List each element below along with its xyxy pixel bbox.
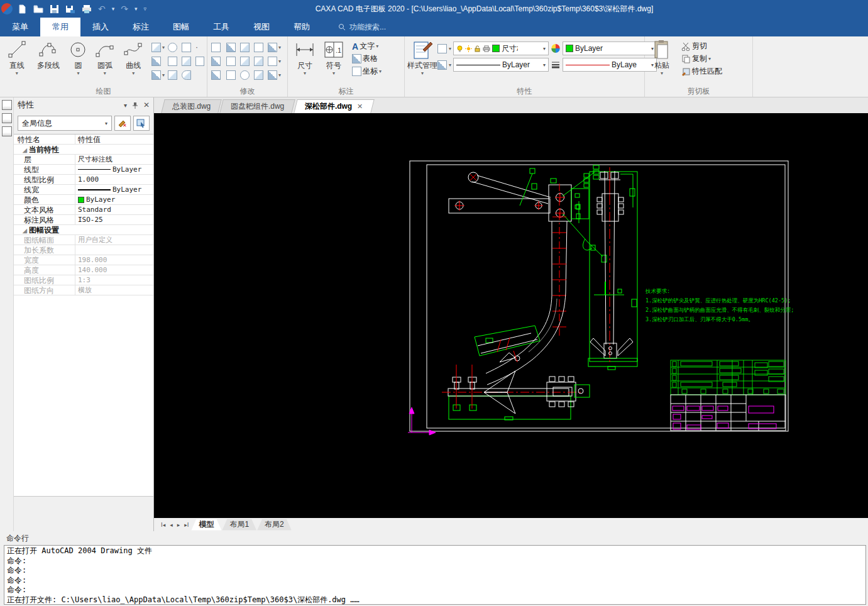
property-row[interactable]: 颜色ByLayer bbox=[14, 195, 153, 205]
function-search[interactable]: 功能搜索... bbox=[338, 18, 386, 36]
close-tab-icon[interactable]: ✕ bbox=[357, 102, 363, 111]
command-input[interactable]: 正在打开 AutoCAD 2004 Drawing 文件 命令: 命令: 命令:… bbox=[4, 545, 866, 605]
parallel-line-icon[interactable] bbox=[151, 57, 161, 66]
customize-qat-icon[interactable]: ▿ bbox=[144, 6, 147, 12]
next-tab-icon[interactable]: ▸ bbox=[175, 522, 182, 528]
cut-button[interactable]: 剪切 bbox=[681, 41, 722, 52]
sample-curve-icon[interactable] bbox=[182, 43, 191, 52]
panel-close-icon[interactable]: ✕ bbox=[143, 101, 150, 109]
property-group[interactable]: ◢图幅设置 bbox=[14, 225, 153, 235]
arc-tool-button[interactable]: 圆弧▾ bbox=[91, 38, 119, 75]
coordinate-button[interactable]: 坐标▾ bbox=[352, 66, 382, 77]
overlay-icon[interactable] bbox=[254, 57, 263, 66]
menu-tab-view[interactable]: 视图 bbox=[241, 18, 282, 36]
color-combobox[interactable]: ByLayer ▾ bbox=[563, 41, 657, 55]
polyline-tool-button[interactable]: 多段线 bbox=[31, 38, 65, 75]
first-tab-icon[interactable]: Ⅰ◂ bbox=[159, 522, 167, 528]
rectangle-icon[interactable] bbox=[151, 43, 161, 52]
doc-tab[interactable]: 总装图.dwg bbox=[161, 99, 222, 113]
property-row[interactable]: 文本风格Standard bbox=[14, 205, 153, 215]
rotate-icon[interactable] bbox=[211, 57, 221, 66]
property-row: 图纸幅面用户自定义 bbox=[14, 235, 153, 245]
doc-tab-active[interactable]: 深松部件.dwg✕ bbox=[294, 99, 374, 113]
ellipse-icon[interactable] bbox=[168, 43, 177, 52]
save-icon[interactable] bbox=[50, 4, 59, 14]
clip-icon[interactable] bbox=[254, 43, 263, 52]
linetype-combobox[interactable]: ByLayer ▾ bbox=[453, 58, 549, 72]
linetype-tool-icon[interactable] bbox=[437, 60, 447, 70]
scope-combobox[interactable]: 全局信息▾ bbox=[18, 116, 112, 131]
hatch-edit-icon[interactable] bbox=[268, 70, 277, 80]
erase-icon[interactable] bbox=[268, 43, 277, 52]
layer-palette-icon[interactable] bbox=[2, 126, 12, 136]
block-icon[interactable] bbox=[254, 70, 263, 80]
gear-icon[interactable] bbox=[168, 70, 177, 80]
spline-tool-button[interactable]: 曲线▾ bbox=[119, 38, 148, 75]
panel-menu-icon[interactable]: ▾ bbox=[124, 102, 127, 109]
quick-select-button[interactable] bbox=[133, 116, 150, 131]
symbol-button[interactable]: .1 符号▾ bbox=[319, 38, 348, 75]
drawing-canvas[interactable]: 技术要求: 1.深松铲的铲尖及铲翼、应进行热处理、硬度为HRC(42-5); 2… bbox=[154, 113, 868, 518]
last-tab-icon[interactable]: ▸Ⅰ bbox=[182, 522, 190, 528]
redo-dropdown-icon[interactable]: ▾ bbox=[135, 6, 138, 12]
new-file-icon[interactable] bbox=[18, 4, 27, 14]
scale-icon[interactable] bbox=[268, 57, 277, 66]
hatch-icon[interactable] bbox=[151, 70, 161, 80]
move-icon[interactable] bbox=[211, 43, 221, 52]
print-icon[interactable] bbox=[82, 4, 92, 14]
chamfer-icon[interactable] bbox=[226, 70, 236, 80]
library-palette-icon[interactable] bbox=[2, 113, 12, 123]
menu-tab-menu[interactable]: 菜单 bbox=[0, 18, 40, 36]
menu-tab-insert[interactable]: 插入 bbox=[80, 18, 121, 36]
point-icon[interactable]: · bbox=[195, 43, 198, 52]
layer-combobox[interactable]: 尺寸标注线 ▾ bbox=[453, 41, 549, 55]
menu-tab-tools[interactable]: 工具 bbox=[201, 18, 241, 36]
layout-tab-2[interactable]: 布局2 bbox=[257, 519, 292, 531]
menu-tab-annotate[interactable]: 标注 bbox=[121, 18, 161, 36]
property-group[interactable]: ◢当前特性 bbox=[14, 145, 153, 155]
extend-icon[interactable] bbox=[226, 57, 236, 66]
clear-edit-button[interactable]: ✕ bbox=[114, 116, 131, 131]
layout-tab-model[interactable]: 模型 bbox=[191, 519, 221, 531]
line-tool-button[interactable]: 直线▾ bbox=[3, 38, 31, 75]
color-wheel-icon[interactable] bbox=[551, 43, 561, 53]
circle-tool-button[interactable]: 圆▾ bbox=[66, 38, 91, 75]
text-button[interactable]: A文字▾ bbox=[352, 41, 382, 52]
layer-tool-icon[interactable] bbox=[437, 44, 447, 53]
menu-tab-sheet[interactable]: 图幅 bbox=[161, 18, 201, 36]
menu-tab-help[interactable]: 帮助 bbox=[282, 18, 322, 36]
layout-tab-1[interactable]: 布局1 bbox=[222, 519, 256, 531]
undo-dropdown-icon[interactable]: ▾ bbox=[112, 6, 115, 12]
prev-tab-icon[interactable]: ◂ bbox=[168, 522, 175, 528]
paste-button[interactable]: 粘贴▾ bbox=[647, 38, 676, 75]
match-properties-button[interactable]: 特性匹配 bbox=[681, 66, 722, 77]
array-icon[interactable] bbox=[240, 43, 250, 52]
wipe-icon[interactable] bbox=[182, 70, 191, 80]
properties-palette-icon[interactable] bbox=[2, 100, 12, 110]
copy-button[interactable]: 复制▾ bbox=[681, 53, 722, 64]
property-row[interactable]: 标注风格ISO-25 bbox=[14, 215, 153, 225]
doc-tab[interactable]: 圆盘耙组件.dwg bbox=[220, 99, 296, 113]
stretch-icon[interactable] bbox=[211, 70, 221, 80]
style-manager-button[interactable]: 样式管理▾ bbox=[407, 38, 437, 75]
bolt-icon[interactable] bbox=[182, 57, 191, 66]
undo-icon[interactable]: ↶ bbox=[98, 4, 106, 14]
contour-icon[interactable] bbox=[168, 57, 177, 66]
open-file-icon[interactable] bbox=[33, 4, 43, 14]
dimension-button[interactable]: 尺寸▾ bbox=[290, 38, 319, 75]
lineweight-combobox[interactable]: ByLayer ▾ bbox=[563, 58, 657, 72]
arrow-icon[interactable] bbox=[195, 57, 204, 66]
property-row[interactable]: 线型比例1.000 bbox=[14, 175, 153, 185]
property-row[interactable]: 层尺寸标注线 bbox=[14, 155, 153, 165]
trim-icon[interactable] bbox=[226, 43, 236, 52]
lineweight-icon[interactable] bbox=[551, 60, 561, 70]
table-button[interactable]: 表格 bbox=[352, 53, 382, 64]
property-row[interactable]: 线型ByLayer bbox=[14, 165, 153, 175]
redo-icon[interactable]: ↷ bbox=[121, 4, 128, 14]
pin-icon[interactable] bbox=[132, 102, 138, 109]
revolve-icon[interactable] bbox=[240, 70, 250, 80]
save-as-icon[interactable] bbox=[65, 4, 75, 14]
menu-tab-common[interactable]: 常用 bbox=[40, 18, 80, 36]
mirror-icon[interactable] bbox=[240, 57, 250, 66]
property-row[interactable]: 线宽ByLayer bbox=[14, 185, 153, 195]
